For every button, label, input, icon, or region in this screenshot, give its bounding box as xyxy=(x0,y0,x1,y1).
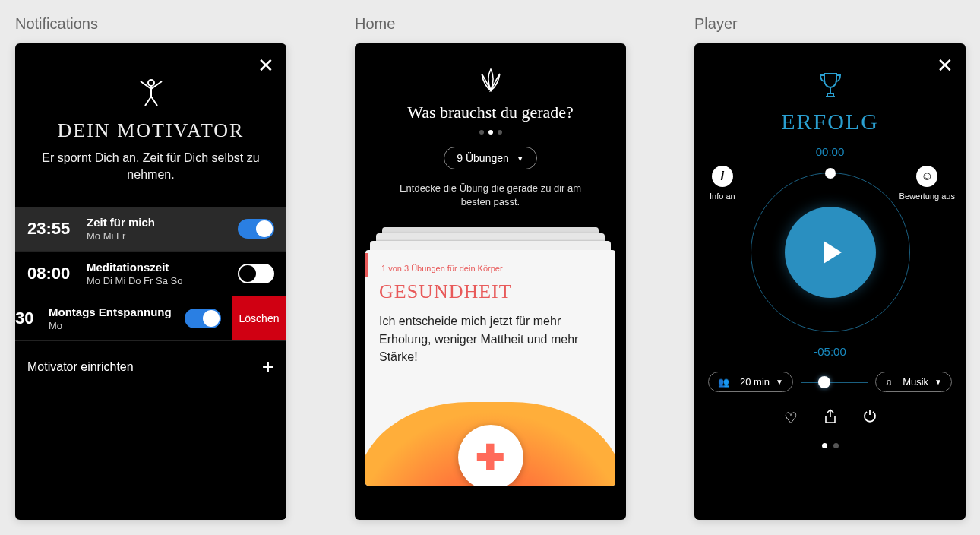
card-illustration: ✚ xyxy=(365,402,615,486)
frame-label-player: Player xyxy=(694,15,966,33)
reminder-name: Zeit für mich xyxy=(87,216,227,229)
play-button[interactable] xyxy=(785,207,876,298)
balance-slider[interactable] xyxy=(801,375,868,390)
person-icon: 👥 xyxy=(718,377,729,388)
remaining-time: -05:00 xyxy=(694,345,966,358)
reminder-time: 08:00 xyxy=(27,264,76,283)
progress-knob[interactable] xyxy=(825,168,836,179)
notifications-screen: ✕ DEIN MOTIVATOR Er spornt Dich an, Zeit… xyxy=(15,43,286,520)
reminder-name: Montags Entspannung xyxy=(49,305,174,318)
card-category: GESUNDHEIT xyxy=(365,277,615,306)
card-action-button[interactable]: ✚ xyxy=(458,425,523,486)
reminder-toggle[interactable] xyxy=(185,309,221,328)
chevron-down-icon: ▼ xyxy=(776,378,783,386)
reminder-toggle[interactable] xyxy=(238,264,274,283)
reminder-name: Meditationszeit xyxy=(87,261,227,274)
notifications-title: DEIN MOTIVATOR xyxy=(15,119,286,142)
exercise-card[interactable]: 1 von 3 Übungen für dein Körper GESUNDHE… xyxy=(365,250,615,486)
reminder-row[interactable]: 08:00 Meditationszeit Mo Di Mi Do Fr Sa … xyxy=(15,252,286,296)
card-tag: 1 von 3 Übungen für dein Körper xyxy=(365,253,615,277)
page-dots xyxy=(355,130,626,135)
reminder-time: 30 xyxy=(15,309,38,328)
home-hint: Entdecke die Übung die gerade zu dir am … xyxy=(355,182,626,209)
music-note-icon: ♫ xyxy=(885,377,892,388)
elapsed-time: 00:00 xyxy=(694,145,966,158)
share-icon[interactable] xyxy=(824,409,837,428)
home-question: Was brauchst du gerade? xyxy=(355,103,626,122)
close-icon[interactable]: ✕ xyxy=(937,54,953,78)
rating-toggle-button[interactable]: ☺ xyxy=(916,166,937,187)
add-icon[interactable]: + xyxy=(262,355,274,379)
info-toggle-button[interactable]: i xyxy=(712,166,733,187)
exercise-filter-dropdown[interactable]: 9 Übungen ▼ xyxy=(444,147,536,169)
duration-label: 20 min xyxy=(740,376,770,388)
power-icon[interactable] xyxy=(863,409,877,428)
player-screen: ✕ ERFOLG 00:00 i Info an ☺ Bewertung aus xyxy=(694,43,966,520)
reminder-days: Mo Di Mi Do Fr Sa So xyxy=(87,275,227,286)
chevron-down-icon: ▼ xyxy=(517,154,524,163)
page-dots xyxy=(694,443,966,448)
exercise-card-stack[interactable]: 1 von 3 Übungen für dein Körper GESUNDHE… xyxy=(365,227,615,486)
notifications-subtitle: Er spornt Dich an, Zeit für Dich selbst … xyxy=(15,150,286,184)
reminder-toggle[interactable] xyxy=(238,219,274,239)
svg-point-0 xyxy=(148,80,154,86)
frame-label-notifications: Notifications xyxy=(15,15,286,33)
player-title: ERFOLG xyxy=(694,109,966,135)
close-icon[interactable]: ✕ xyxy=(258,54,274,78)
slider-thumb[interactable] xyxy=(818,376,830,388)
reminder-days: Mo Mi Fr xyxy=(87,230,227,242)
reminder-row[interactable]: 23:55 Zeit für mich Mo Mi Fr xyxy=(15,207,286,252)
reminder-row-swiped[interactable]: 30 Montags Entspannung Mo Löschen xyxy=(15,296,286,341)
info-label: Info an xyxy=(710,192,735,201)
filter-label: 9 Übungen xyxy=(457,152,509,164)
favorite-icon[interactable]: ♡ xyxy=(784,409,798,428)
chevron-down-icon: ▼ xyxy=(934,378,942,386)
delete-button[interactable]: Löschen xyxy=(232,296,286,340)
frame-label-home: Home xyxy=(355,15,626,33)
music-label: Musik xyxy=(903,376,928,388)
medical-plus-icon: ✚ xyxy=(476,437,505,478)
reminder-time: 23:55 xyxy=(27,219,76,239)
reminder-list: 23:55 Zeit für mich Mo Mi Fr 08:00 Medit… xyxy=(15,207,286,341)
add-motivator-label: Motivator einrichten xyxy=(27,360,134,374)
home-screen: Was brauchst du gerade? 9 Übungen ▼ Entd… xyxy=(355,43,626,520)
trophy-icon xyxy=(817,69,844,104)
duration-dropdown[interactable]: 👥 20 min ▼ xyxy=(708,372,793,392)
music-dropdown[interactable]: ♫ Musik ▼ xyxy=(875,372,952,392)
rating-label: Bewertung aus xyxy=(899,192,955,201)
lotus-icon xyxy=(474,66,507,97)
play-icon xyxy=(824,241,842,264)
reminder-days: Mo xyxy=(49,320,174,331)
motivator-icon xyxy=(134,77,169,110)
card-body: Ich entscheide mich jetzt für mehr Erhol… xyxy=(365,306,615,372)
